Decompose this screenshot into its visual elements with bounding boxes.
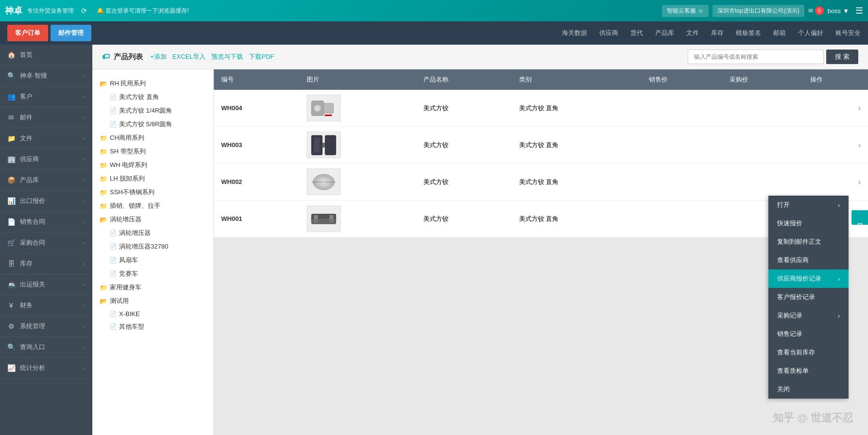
sidebar-item-stats[interactable]: 📈 统计分析 ›: [0, 358, 92, 379]
cat-item-58r[interactable]: 📄 美式方铰 5/8R圆角: [97, 117, 208, 131]
ctx-copy-to-mail[interactable]: 复制到邮件正文: [768, 233, 849, 251]
sidebar-item-finance[interactable]: ¥ 财务 ›: [0, 295, 92, 316]
nav-inventory[interactable]: 库存: [711, 29, 724, 37]
ctx-customer-quote-record[interactable]: 客户报价记录: [768, 288, 849, 306]
nav-preferences[interactable]: 个人偏好: [798, 29, 823, 37]
excel-import-link[interactable]: EXCEL导入: [173, 52, 206, 61]
svg-rect-7: [325, 135, 336, 155]
ctx-close[interactable]: 关闭: [768, 380, 849, 399]
download-pdf-link[interactable]: 下载PDF: [249, 52, 274, 61]
user-menu[interactable]: boss ▼: [828, 7, 849, 15]
ctx-sales-record[interactable]: 销售记录: [768, 325, 849, 343]
nav-bar: 客户订单 邮件管理 海关数据 供应商 货代 产品库 文件 库存 模板签名 邮箱 …: [0, 21, 868, 45]
sidebar-item-export-customs[interactable]: 🚢 出运报关 ›: [0, 274, 92, 295]
sidebar-item-query[interactable]: 🔍 查询入口 ›: [0, 337, 92, 358]
sidebar-label-finance: 财务: [20, 301, 33, 310]
hamburger-icon[interactable]: ☰: [855, 5, 863, 16]
cat-folder-turbo[interactable]: 📂 涡轮增压器: [97, 213, 208, 226]
cat-folder-fitness[interactable]: 📁 家用健身车: [97, 281, 208, 294]
ctx-open[interactable]: 打开 ›: [768, 196, 849, 214]
cat-folder-lh[interactable]: 📁 LH 脱卸系列: [97, 172, 208, 185]
content-area: 🏷 产品列表 +添加 EXCEL导入 预览与下载 下载PDF 搜 索 📂: [92, 45, 868, 435]
folder-icon: 📁: [100, 148, 107, 155]
purchase-price-wh003: [722, 127, 803, 164]
cat-folder-sh[interactable]: 📁 SH 带型系列: [97, 145, 208, 158]
arrow-icon: ›: [83, 365, 85, 371]
product-body: 📂 RH 民用系列 📄 美式方铰 直角 📄 美式方铰 1/4R圆角 📄 美式方铰…: [92, 69, 868, 435]
search-input[interactable]: [688, 50, 824, 64]
nav-files[interactable]: 文件: [686, 29, 699, 37]
expand-arrow-wh003[interactable]: ›: [858, 141, 861, 150]
file-icon: 📄: [109, 230, 117, 236]
customer-order-btn[interactable]: 客户订单: [7, 25, 48, 41]
sidebar-item-products[interactable]: 📦 产品库 ›: [0, 170, 92, 191]
sidebar-item-export-quote[interactable]: 📊 出口报价 ›: [0, 191, 92, 212]
cat-item-race[interactable]: 📄 竞赛车: [97, 267, 208, 281]
purchase-contract-icon: 🛒: [7, 239, 15, 247]
sidebar-item-purchase-contract[interactable]: 🛒 采购合同 ›: [0, 233, 92, 253]
sidebar-item-search[interactable]: 🔍 神卓·智搜 ›: [0, 66, 92, 86]
ctx-quick-quote[interactable]: 快速报价: [768, 214, 849, 233]
search-button[interactable]: 搜 索: [826, 50, 858, 64]
sidebar-item-home[interactable]: 🏠 首页: [0, 45, 92, 66]
svg-rect-4: [325, 115, 332, 116]
product-name-wh001: 美式方铰: [416, 201, 512, 237]
cat-folder-ssh[interactable]: 📁 SSH不锈钢系列: [97, 185, 208, 199]
chat-widget[interactable]: 问我: [851, 210, 868, 225]
customer-icon: 👥: [7, 93, 15, 100]
nav-freight[interactable]: 货代: [630, 29, 643, 37]
add-link[interactable]: +添加: [150, 52, 167, 61]
ctx-view-qc[interactable]: 查看质检单: [768, 362, 849, 380]
mail-badge[interactable]: ✉ 0: [808, 6, 824, 15]
sidebar-item-mail[interactable]: ✉ 邮件 ›: [0, 107, 92, 128]
nav-templates[interactable]: 模板签名: [736, 29, 761, 37]
cat-folder-test[interactable]: 📂 测试用: [97, 294, 208, 308]
sidebar-item-sales-contract[interactable]: 📄 销售合同 ›: [0, 212, 92, 233]
cat-label-xbike: X-BIKE: [119, 310, 140, 318]
ctx-view-supplier[interactable]: 查看供应商: [768, 251, 849, 269]
nav-mailbox[interactable]: 邮箱: [773, 29, 786, 37]
preview-download-link[interactable]: 预览与下载: [211, 52, 243, 61]
cat-item-fan[interactable]: 📄 风扇车: [97, 253, 208, 267]
nav-supplier[interactable]: 供应商: [599, 29, 618, 37]
arrow-icon: ›: [83, 135, 85, 141]
expand-arrow-wh002[interactable]: ›: [858, 178, 861, 186]
ctx-purchase-record[interactable]: 采购记录 ›: [768, 306, 849, 325]
cat-item-straight[interactable]: 📄 美式方铰 直角: [97, 90, 208, 104]
cat-folder-wh[interactable]: 📁 WH 电焊系列: [97, 158, 208, 172]
cat-item-other-vehicle[interactable]: 📄 其他车型: [97, 320, 208, 334]
nav-customs[interactable]: 海关数据: [562, 29, 587, 37]
sidebar-item-customer[interactable]: 👥 客户 ›: [0, 86, 92, 107]
cat-folder-ch[interactable]: 📁 CH商用系列: [97, 131, 208, 145]
nav-products[interactable]: 产品库: [655, 29, 674, 37]
ctx-supplier-quote-record[interactable]: 供应商报价记录 ›: [768, 269, 849, 288]
cat-folder-rh[interactable]: 📂 RH 民用系列: [97, 77, 208, 90]
refresh-icon[interactable]: ⟳: [81, 7, 87, 15]
svg-rect-18: [330, 219, 333, 223]
product-code-wh003: WH003: [221, 141, 242, 149]
mail-manage-btn[interactable]: 邮件管理: [51, 25, 91, 41]
svg-rect-17: [314, 219, 318, 223]
sidebar-item-inventory[interactable]: 🗄 库存 ›: [0, 253, 92, 274]
svg-rect-6: [314, 138, 320, 152]
sidebar-item-system[interactable]: ⚙ 系统管理 ›: [0, 316, 92, 337]
ai-service-btn[interactable]: 智能云客服 ☺: [662, 5, 709, 17]
sidebar-label-system: 系统管理: [20, 322, 45, 331]
sidebar-item-supplier[interactable]: 🏢 供应商 ›: [0, 149, 92, 170]
cat-item-xbike[interactable]: 📄 X-BIKE: [97, 308, 208, 320]
cat-folder-locks[interactable]: 📁 插销、锁牌、拉手: [97, 199, 208, 213]
expand-arrow-wh004[interactable]: ›: [858, 104, 861, 113]
table-header-row: 编号 图片 产品名称 类别 销售价 采购价 操作: [214, 69, 868, 90]
cat-item-14r[interactable]: 📄 美式方铰 1/4R圆角: [97, 104, 208, 117]
cat-item-turbo1[interactable]: 📄 涡轮增压器: [97, 226, 208, 240]
nav-account-security[interactable]: 账号安全: [835, 29, 861, 37]
product-cat-wh001: 美式方铰 直角: [512, 201, 642, 237]
col-purchase-price: 采购价: [722, 69, 803, 90]
sidebar-label-export-quote: 出口报价: [20, 197, 45, 205]
ctx-view-inventory[interactable]: 查看当前库存: [768, 343, 849, 362]
product-image-wh002: [307, 168, 341, 195]
cat-item-turbo32780[interactable]: 📄 涡轮增压器32780: [97, 240, 208, 253]
product-list-icon: 🏷: [102, 52, 110, 61]
inventory-icon: 🗄: [7, 260, 15, 268]
sidebar-item-files[interactable]: 📁 文件 ›: [0, 128, 92, 149]
